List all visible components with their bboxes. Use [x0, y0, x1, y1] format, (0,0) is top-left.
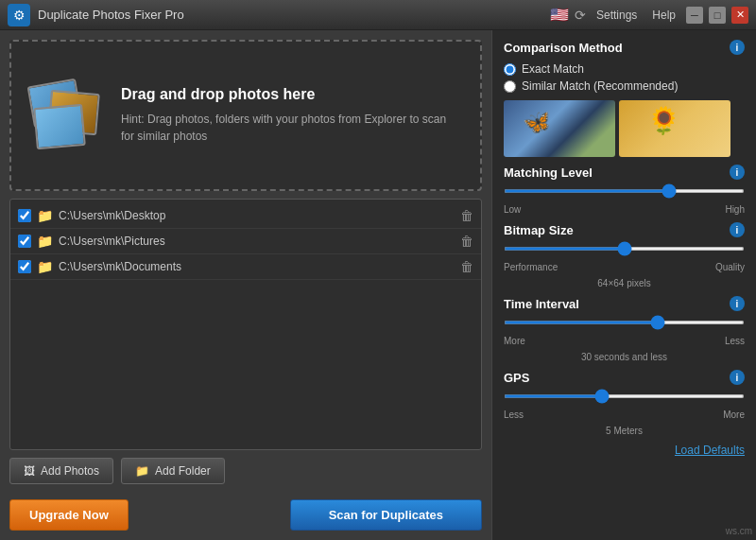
folder-path-0: C:\Users\mk\Desktop: [59, 209, 455, 222]
bitmap-size-slider[interactable]: [504, 247, 745, 251]
time-interval-title: Time Interval i: [504, 296, 745, 311]
gps-slider[interactable]: [504, 394, 745, 398]
comparison-images: 🦋 🌻: [504, 100, 745, 157]
comparison-image-2: 🌻: [619, 100, 730, 157]
minimize-button[interactable]: ─: [686, 7, 703, 24]
bitmap-size-title: Bitmap Size i: [504, 222, 745, 237]
title-bar-title: Duplicate Photos Fixer Pro: [38, 8, 184, 22]
load-defaults-link[interactable]: Load Defaults: [504, 444, 745, 457]
right-panel: Comparison Method i Exact Match Similar …: [491, 30, 756, 540]
gps-labels: Less More: [504, 409, 745, 420]
folder-item-2: 📁 C:\Users\mk\Documents 🗑: [10, 254, 481, 280]
gps-less-label: Less: [504, 409, 524, 420]
bitmap-size-section: Bitmap Size i Performance Quality 64×64 …: [504, 222, 745, 288]
matching-level-label: Matching Level: [504, 165, 593, 180]
drop-zone-hint: Hint: Drag photos, folders with your pho…: [121, 111, 461, 145]
time-interval-slider[interactable]: [504, 321, 745, 324]
settings-button[interactable]: Settings: [592, 7, 642, 24]
watermark: ws.cm: [726, 526, 752, 536]
time-more-label: More: [504, 336, 525, 346]
add-photos-button[interactable]: 🖼 Add Photos: [9, 458, 113, 484]
bottom-actions: 🖼 Add Photos 📁 Add Folder: [9, 458, 482, 484]
matching-low-label: Low: [504, 204, 521, 215]
folder-delete-0[interactable]: 🗑: [460, 208, 473, 223]
folder-icon-0: 📁: [37, 208, 53, 223]
scan-button[interactable]: Scan for Duplicates: [290, 499, 482, 531]
folder-list: 📁 C:\Users\mk\Desktop 🗑 📁 C:\Users\mk\Pi…: [9, 199, 482, 450]
folder-checkbox-0[interactable]: [18, 209, 31, 222]
left-panel: Drag and drop photos here Hint: Drag pho…: [0, 30, 491, 540]
title-bar-left: ⚙ Duplicate Photos Fixer Pro: [8, 4, 184, 26]
time-center-label: 30 seconds and less: [504, 352, 745, 362]
scan-area: Upgrade Now Scan for Duplicates: [9, 492, 482, 531]
exact-match-input[interactable]: [504, 63, 516, 76]
similar-match-label: Similar Match (Recommended): [522, 79, 678, 93]
upgrade-button[interactable]: Upgrade Now: [9, 499, 129, 531]
comparison-image-1: 🦋: [504, 100, 615, 157]
flag-icon: 🇺🇸: [550, 6, 569, 24]
time-interval-section: Time Interval i More Less 30 seconds and…: [504, 296, 745, 362]
main-layout: Drag and drop photos here Hint: Drag pho…: [0, 30, 756, 540]
comparison-radio-group: Exact Match Similar Match (Recommended): [504, 62, 745, 93]
matching-level-slider[interactable]: [504, 189, 745, 193]
bitmap-center-label: 64×64 pixels: [504, 278, 745, 288]
photo-card-3: [33, 104, 86, 149]
matching-level-title: Matching Level i: [504, 165, 745, 180]
gps-info-icon[interactable]: i: [730, 370, 745, 385]
butterfly-icon: 🦋: [521, 108, 553, 139]
drop-zone-text: Drag and drop photos here Hint: Drag pho…: [121, 86, 461, 145]
time-interval-label: Time Interval: [504, 297, 579, 311]
help-button[interactable]: Help: [647, 7, 680, 24]
bitmap-size-label: Bitmap Size: [504, 223, 574, 237]
add-folder-icon: 📁: [135, 464, 149, 478]
bitmap-size-info-icon[interactable]: i: [730, 222, 745, 237]
similar-match-radio[interactable]: Similar Match (Recommended): [504, 79, 745, 93]
drop-zone-icon: [30, 78, 106, 153]
gps-title: GPS i: [504, 370, 745, 385]
drop-zone[interactable]: Drag and drop photos here Hint: Drag pho…: [9, 40, 482, 191]
folder-checkbox-1[interactable]: [18, 235, 31, 248]
exact-match-radio[interactable]: Exact Match: [504, 62, 745, 76]
refresh-icon: ⟳: [575, 8, 586, 23]
bitmap-size-labels: Performance Quality: [504, 262, 745, 272]
matching-high-label: High: [725, 204, 745, 215]
close-button[interactable]: ✕: [731, 7, 748, 24]
matching-level-info-icon[interactable]: i: [730, 165, 745, 180]
folder-path-2: C:\Users\mk\Documents: [59, 260, 455, 273]
app-icon: ⚙: [8, 4, 30, 26]
comparison-method-info-icon[interactable]: i: [730, 40, 745, 55]
folder-icon-1: 📁: [37, 234, 53, 249]
bitmap-quality-label: Quality: [715, 262, 745, 272]
folder-checkbox-2[interactable]: [18, 260, 31, 273]
folder-delete-1[interactable]: 🗑: [460, 234, 473, 249]
time-less-label: Less: [725, 336, 745, 346]
maximize-button[interactable]: □: [709, 7, 726, 24]
matching-level-labels: Low High: [504, 204, 745, 215]
drop-zone-heading: Drag and drop photos here: [121, 86, 461, 103]
time-interval-labels: More Less: [504, 336, 745, 346]
folder-path-1: C:\Users\mk\Pictures: [59, 235, 455, 248]
sunflower-icon: 🌻: [647, 105, 680, 136]
similar-match-input[interactable]: [504, 80, 516, 93]
matching-level-section: Matching Level i Low High: [504, 165, 745, 215]
folder-icon-2: 📁: [37, 259, 53, 274]
add-photos-label: Add Photos: [41, 464, 99, 478]
gps-label: GPS: [504, 371, 529, 385]
add-folder-button[interactable]: 📁 Add Folder: [121, 458, 225, 484]
title-bar-right: 🇺🇸 ⟳ Settings Help ─ □ ✕: [550, 6, 748, 24]
add-folder-label: Add Folder: [155, 464, 211, 478]
gps-center-label: 5 Meters: [504, 426, 745, 436]
title-bar: ⚙ Duplicate Photos Fixer Pro 🇺🇸 ⟳ Settin…: [0, 0, 756, 30]
exact-match-label: Exact Match: [522, 62, 584, 76]
add-photos-icon: 🖼: [24, 464, 35, 478]
time-interval-info-icon[interactable]: i: [730, 296, 745, 311]
folder-item-1: 📁 C:\Users\mk\Pictures 🗑: [10, 229, 481, 254]
gps-section: GPS i Less More 5 Meters: [504, 370, 745, 436]
folder-delete-2[interactable]: 🗑: [460, 259, 473, 274]
comparison-method-label: Comparison Method: [504, 41, 623, 55]
folder-item-0: 📁 C:\Users\mk\Desktop 🗑: [10, 203, 481, 229]
bitmap-performance-label: Performance: [504, 262, 558, 272]
gps-more-label: More: [723, 409, 745, 420]
comparison-method-title: Comparison Method i: [504, 40, 745, 55]
